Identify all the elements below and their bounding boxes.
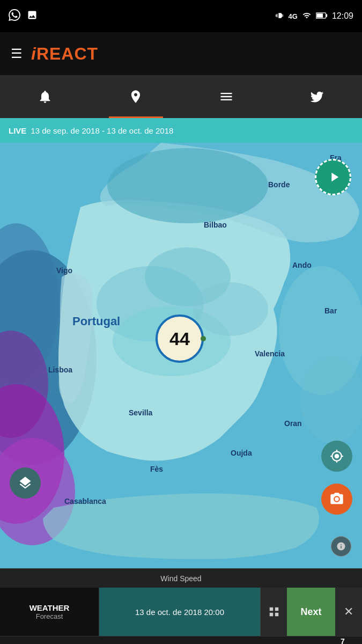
layers-button[interactable] [10,467,41,499]
date-time-display: 13 de oct. de 2018 20:00 [99,588,260,636]
bottom-controls: WEATHER Forecast 13 de oct. de 2018 20:0… [0,588,362,636]
camera-icon [329,492,344,507]
app-title-prefix: i [31,44,36,63]
badge-indicator [201,336,206,341]
playback-row: ▶ ⏮ ⏭ 7 / 53 [0,636,362,644]
live-banner: LIVE 13 de sep. de 2018 - 13 de oct. de … [0,118,362,143]
nav-item-twitter[interactable] [271,75,362,118]
live-label: LIVE [9,126,26,135]
crosshair-icon [330,449,344,463]
time-display: 12:09 [332,11,353,21]
twitter-icon [309,89,324,104]
nav-item-location[interactable] [91,75,181,118]
nav-bar [0,75,362,118]
svg-rect-1 [326,14,328,17]
current-location-button[interactable] [321,441,352,472]
date-range: 13 de sep. de 2018 - 13 de oct. de 2018 [31,126,173,135]
status-right-icons: 4G 12:09 [276,11,353,22]
app-title-name: REACT [36,44,98,63]
grid-icon [268,606,280,618]
menu-icon[interactable]: ☰ [11,46,23,61]
value-badge: 44 [156,314,204,363]
status-bar: 4G 12:09 [0,0,362,32]
network-bars-icon [302,11,312,21]
info-button[interactable] [331,536,351,557]
play-icon [327,170,342,185]
svg-point-13 [107,148,268,223]
weather-forecast-block: WEATHER Forecast [0,588,99,636]
svg-point-15 [300,357,362,443]
current-page: 7 [341,637,345,645]
forecast-label: Forecast [36,612,63,620]
layers-icon [18,475,33,491]
info-icon [336,541,346,551]
svg-rect-2 [316,13,323,18]
location-pin-icon [128,89,143,104]
nav-item-list[interactable] [181,75,272,118]
wind-speed-label: Wind Speed [0,568,362,588]
list-icon [219,89,234,104]
grid-view-button[interactable] [260,588,287,636]
play-overlay-button[interactable] [315,159,351,195]
badge-value: 44 [169,328,190,349]
next-button[interactable]: Next [287,588,335,636]
status-left-icons [9,9,38,24]
signal-icon: 4G [289,12,298,20]
close-button[interactable]: ✕ [335,588,362,636]
app-title: iREACT [31,44,98,64]
camera-button[interactable] [321,484,352,515]
bell-icon [38,89,53,104]
map-area[interactable]: Bilbao Vigo Portugal Lisboa Sevilla Vale… [0,143,362,568]
battery-icon [316,12,328,21]
whatsapp-icon [9,9,20,24]
page-counter: 7 / 53 [332,637,353,645]
app-header: ☰ iREACT [0,32,362,75]
svg-point-12 [193,282,268,336]
image-icon [27,10,38,23]
vibrate-icon [276,11,284,22]
date-text: 13 de oct. de 2018 20:00 [135,608,224,617]
nav-item-bell[interactable] [0,75,91,118]
bottom-panel: Wind Speed WEATHER Forecast 13 de oct. d… [0,568,362,644]
weather-label: WEATHER [29,603,70,612]
